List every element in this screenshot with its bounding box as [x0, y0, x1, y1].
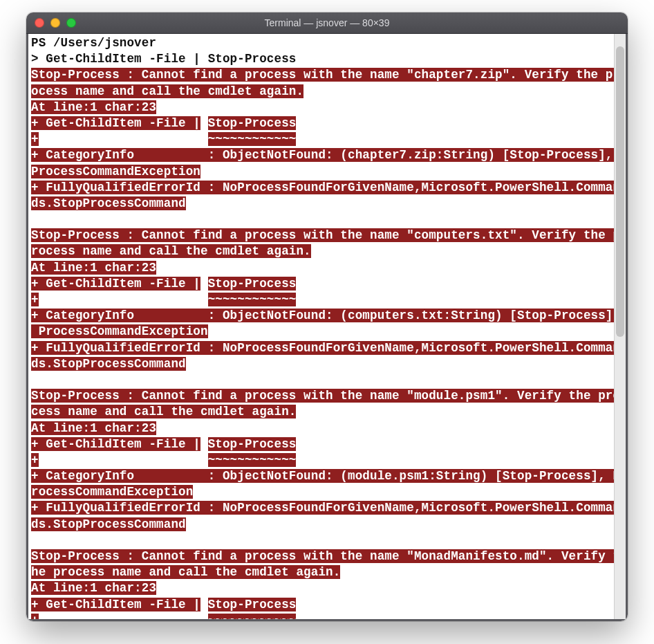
error-category: rocessCommandException — [31, 485, 193, 499]
error-category: + CategoryInfo : ObjectNotFound: (module… — [31, 469, 620, 483]
error-marker: + — [31, 293, 39, 306]
titlebar[interactable]: Terminal — jsnover — 80×39 — [26, 12, 628, 34]
terminal-area[interactable]: PS /Users/jsnover> Get-ChildItem -File |… — [26, 34, 628, 621]
error-category: + CategoryInfo : ObjectNotFound: (chapte… — [31, 148, 620, 162]
terminal-output[interactable]: PS /Users/jsnover> Get-ChildItem -File |… — [28, 34, 615, 619]
scrollbar[interactable] — [614, 34, 626, 619]
error-underline: ~~~~~~~~~~~~ — [208, 293, 297, 306]
error-message: Stop-Process : Cannot find a process wit… — [31, 228, 620, 242]
window-controls — [26, 18, 76, 28]
error-category: ProcessCommandException — [31, 324, 208, 338]
error-command-target: Stop-Process — [208, 437, 297, 451]
error-location: At line:1 char:23 — [31, 261, 156, 275]
error-id: + FullyQualifiedErrorId : NoProcessFound… — [31, 341, 620, 355]
error-marker: + — [31, 132, 39, 146]
error-location: At line:1 char:23 — [31, 581, 156, 595]
error-command-target: Stop-Process — [208, 598, 297, 611]
error-id: ds.StopProcessCommand — [31, 357, 186, 371]
error-underline: ~~~~~~~~~~~~ — [208, 614, 297, 621]
prompt-path: PS /Users/jsnover — [31, 36, 156, 50]
error-command: + Get-ChildItem -File | — [31, 437, 200, 451]
error-underline: ~~~~~~~~~~~~ — [208, 132, 297, 146]
error-underline: ~~~~~~~~~~~~ — [208, 453, 297, 467]
error-message: he process name and call the cmdlet agai… — [31, 565, 340, 579]
error-message: cess name and call the cmdlet again. — [31, 405, 296, 418]
error-command-target: Stop-Process — [208, 116, 297, 130]
error-category: ProcessCommandException — [31, 165, 200, 178]
error-command: + Get-ChildItem -File | — [31, 116, 200, 130]
error-id: ds.StopProcessCommand — [31, 517, 186, 531]
error-id: + FullyQualifiedErrorId : NoProcessFound… — [31, 181, 620, 194]
error-id: + FullyQualifiedErrorId : NoProcessFound… — [31, 501, 620, 515]
error-message: Stop-Process : Cannot find a process wit… — [31, 68, 620, 82]
error-command-target: Stop-Process — [208, 277, 297, 291]
close-icon[interactable] — [35, 18, 44, 28]
error-command: + Get-ChildItem -File | — [31, 598, 200, 611]
error-message: Stop-Process : Cannot find a process wit… — [31, 389, 620, 403]
error-marker: + — [31, 453, 39, 467]
error-marker: + — [31, 614, 39, 621]
error-message: ocess name and call the cmdlet again. — [31, 84, 303, 98]
error-id: ds.StopProcessCommand — [31, 196, 186, 210]
command-line: > Get-ChildItem -File | Stop-Process — [31, 52, 296, 66]
error-message: Stop-Process : Cannot find a process wit… — [31, 549, 620, 563]
error-category: + CategoryInfo : ObjectNotFound: (comput… — [31, 309, 620, 322]
minimize-icon[interactable] — [50, 18, 60, 28]
error-command: + Get-ChildItem -File | — [31, 277, 200, 291]
zoom-icon[interactable] — [66, 18, 76, 28]
terminal-window: Terminal — jsnover — 80×39 PS /Users/jsn… — [26, 12, 628, 621]
window-title: Terminal — jsnover — 80×39 — [26, 17, 628, 28]
error-message: rocess name and call the cmdlet again. — [31, 244, 311, 258]
error-location: At line:1 char:23 — [31, 421, 156, 435]
error-location: At line:1 char:23 — [31, 100, 156, 114]
scrollbar-thumb[interactable] — [616, 46, 624, 337]
